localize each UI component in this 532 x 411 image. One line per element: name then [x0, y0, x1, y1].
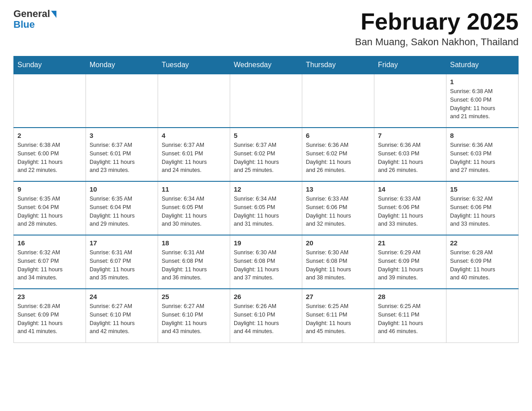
calendar-cell: 5Sunrise: 6:37 AM Sunset: 6:02 PM Daylig…	[230, 128, 302, 181]
day-number: 25	[162, 293, 226, 300]
day-header-thursday: Thursday	[302, 56, 374, 74]
logo-blue-text: Blue	[13, 19, 35, 30]
day-info: Sunrise: 6:31 AM Sunset: 6:07 PM Dayligh…	[90, 248, 154, 282]
day-info: Sunrise: 6:38 AM Sunset: 6:00 PM Dayligh…	[450, 87, 515, 121]
day-number: 26	[234, 293, 298, 300]
day-info: Sunrise: 6:37 AM Sunset: 6:01 PM Dayligh…	[162, 141, 226, 175]
day-number: 17	[90, 239, 154, 247]
calendar-cell: 25Sunrise: 6:27 AM Sunset: 6:10 PM Dayli…	[158, 289, 230, 342]
calendar-cell: 23Sunrise: 6:28 AM Sunset: 6:09 PM Dayli…	[14, 289, 86, 342]
day-number: 21	[378, 239, 442, 247]
calendar-cell: 11Sunrise: 6:34 AM Sunset: 6:05 PM Dayli…	[158, 181, 230, 235]
day-number: 7	[378, 132, 442, 139]
day-number: 19	[234, 239, 298, 247]
calendar-cell: 10Sunrise: 6:35 AM Sunset: 6:04 PM Dayli…	[86, 181, 158, 235]
calendar-cell	[374, 74, 446, 128]
calendar-cell: 1Sunrise: 6:38 AM Sunset: 6:00 PM Daylig…	[446, 74, 519, 128]
page-header: General Blue February 2025 Ban Muang, Sa…	[13, 9, 519, 48]
title-section: February 2025 Ban Muang, Sakon Nakhon, T…	[355, 9, 519, 48]
calendar-week-3: 9Sunrise: 6:35 AM Sunset: 6:04 PM Daylig…	[14, 181, 519, 235]
calendar-cell	[158, 74, 230, 128]
day-info: Sunrise: 6:25 AM Sunset: 6:11 PM Dayligh…	[378, 302, 442, 336]
days-of-week-row: SundayMondayTuesdayWednesdayThursdayFrid…	[14, 56, 519, 74]
day-info: Sunrise: 6:37 AM Sunset: 6:02 PM Dayligh…	[234, 141, 298, 175]
calendar-table: SundayMondayTuesdayWednesdayThursdayFrid…	[13, 56, 519, 343]
day-info: Sunrise: 6:26 AM Sunset: 6:10 PM Dayligh…	[234, 302, 298, 336]
calendar-cell	[302, 74, 374, 128]
calendar-cell: 8Sunrise: 6:36 AM Sunset: 6:03 PM Daylig…	[446, 128, 519, 181]
day-header-tuesday: Tuesday	[158, 56, 230, 74]
day-number: 4	[162, 132, 226, 139]
day-number: 1	[450, 78, 515, 86]
calendar-week-1: 1Sunrise: 6:38 AM Sunset: 6:00 PM Daylig…	[14, 74, 519, 128]
day-info: Sunrise: 6:35 AM Sunset: 6:04 PM Dayligh…	[17, 195, 82, 228]
month-title: February 2025	[355, 9, 519, 34]
day-number: 12	[234, 185, 298, 193]
calendar-cell	[230, 74, 302, 128]
calendar-cell: 22Sunrise: 6:28 AM Sunset: 6:09 PM Dayli…	[446, 235, 519, 289]
day-number: 22	[450, 239, 515, 247]
day-info: Sunrise: 6:34 AM Sunset: 6:05 PM Dayligh…	[162, 195, 226, 228]
calendar-cell: 17Sunrise: 6:31 AM Sunset: 6:07 PM Dayli…	[86, 235, 158, 289]
day-number: 5	[234, 132, 298, 139]
day-info: Sunrise: 6:35 AM Sunset: 6:04 PM Dayligh…	[90, 195, 154, 228]
day-info: Sunrise: 6:36 AM Sunset: 6:03 PM Dayligh…	[450, 141, 515, 175]
day-number: 20	[306, 239, 370, 247]
day-info: Sunrise: 6:28 AM Sunset: 6:09 PM Dayligh…	[17, 302, 82, 336]
day-info: Sunrise: 6:32 AM Sunset: 6:06 PM Dayligh…	[450, 195, 515, 228]
day-number: 3	[90, 132, 154, 139]
calendar-cell: 15Sunrise: 6:32 AM Sunset: 6:06 PM Dayli…	[446, 181, 519, 235]
day-number: 28	[378, 293, 442, 300]
day-number: 8	[450, 132, 515, 139]
day-info: Sunrise: 6:38 AM Sunset: 6:00 PM Dayligh…	[17, 141, 82, 175]
calendar-week-2: 2Sunrise: 6:38 AM Sunset: 6:00 PM Daylig…	[14, 128, 519, 181]
day-number: 13	[306, 185, 370, 193]
day-info: Sunrise: 6:37 AM Sunset: 6:01 PM Dayligh…	[90, 141, 154, 175]
day-info: Sunrise: 6:36 AM Sunset: 6:02 PM Dayligh…	[306, 141, 370, 175]
day-info: Sunrise: 6:29 AM Sunset: 6:09 PM Dayligh…	[378, 248, 442, 282]
day-number: 10	[90, 185, 154, 193]
calendar-cell: 18Sunrise: 6:31 AM Sunset: 6:08 PM Dayli…	[158, 235, 230, 289]
calendar-cell	[86, 74, 158, 128]
calendar-cell: 7Sunrise: 6:36 AM Sunset: 6:03 PM Daylig…	[374, 128, 446, 181]
day-number: 11	[162, 185, 226, 193]
calendar-cell: 24Sunrise: 6:27 AM Sunset: 6:10 PM Dayli…	[86, 289, 158, 342]
calendar-header: SundayMondayTuesdayWednesdayThursdayFrid…	[14, 56, 519, 74]
calendar-cell: 12Sunrise: 6:34 AM Sunset: 6:05 PM Dayli…	[230, 181, 302, 235]
location-title: Ban Muang, Sakon Nakhon, Thailand	[355, 36, 519, 48]
calendar-cell: 14Sunrise: 6:33 AM Sunset: 6:06 PM Dayli…	[374, 181, 446, 235]
calendar-week-5: 23Sunrise: 6:28 AM Sunset: 6:09 PM Dayli…	[14, 289, 519, 342]
day-header-saturday: Saturday	[446, 56, 519, 74]
logo: General Blue	[13, 9, 56, 30]
day-number: 23	[17, 293, 82, 300]
logo-general-text: General	[13, 9, 50, 19]
calendar-cell: 27Sunrise: 6:25 AM Sunset: 6:11 PM Dayli…	[302, 289, 374, 342]
day-number: 27	[306, 293, 370, 300]
day-header-wednesday: Wednesday	[230, 56, 302, 74]
calendar-cell: 6Sunrise: 6:36 AM Sunset: 6:02 PM Daylig…	[302, 128, 374, 181]
day-info: Sunrise: 6:31 AM Sunset: 6:08 PM Dayligh…	[162, 248, 226, 282]
calendar-week-4: 16Sunrise: 6:32 AM Sunset: 6:07 PM Dayli…	[14, 235, 519, 289]
day-number: 18	[162, 239, 226, 247]
calendar-cell: 2Sunrise: 6:38 AM Sunset: 6:00 PM Daylig…	[14, 128, 86, 181]
day-info: Sunrise: 6:34 AM Sunset: 6:05 PM Dayligh…	[234, 195, 298, 228]
day-info: Sunrise: 6:36 AM Sunset: 6:03 PM Dayligh…	[378, 141, 442, 175]
calendar-cell: 16Sunrise: 6:32 AM Sunset: 6:07 PM Dayli…	[14, 235, 86, 289]
calendar-cell: 13Sunrise: 6:33 AM Sunset: 6:06 PM Dayli…	[302, 181, 374, 235]
day-header-monday: Monday	[86, 56, 158, 74]
day-info: Sunrise: 6:27 AM Sunset: 6:10 PM Dayligh…	[162, 302, 226, 336]
day-info: Sunrise: 6:27 AM Sunset: 6:10 PM Dayligh…	[90, 302, 154, 336]
calendar-cell: 28Sunrise: 6:25 AM Sunset: 6:11 PM Dayli…	[374, 289, 446, 342]
calendar-cell: 3Sunrise: 6:37 AM Sunset: 6:01 PM Daylig…	[86, 128, 158, 181]
day-number: 9	[17, 185, 82, 193]
logo-arrow-icon	[51, 11, 56, 18]
calendar-cell	[446, 289, 519, 342]
day-header-sunday: Sunday	[14, 56, 86, 74]
day-info: Sunrise: 6:32 AM Sunset: 6:07 PM Dayligh…	[17, 248, 82, 282]
calendar-cell: 20Sunrise: 6:30 AM Sunset: 6:08 PM Dayli…	[302, 235, 374, 289]
day-info: Sunrise: 6:25 AM Sunset: 6:11 PM Dayligh…	[306, 302, 370, 336]
day-info: Sunrise: 6:28 AM Sunset: 6:09 PM Dayligh…	[450, 248, 515, 282]
calendar-cell: 19Sunrise: 6:30 AM Sunset: 6:08 PM Dayli…	[230, 235, 302, 289]
day-number: 2	[17, 132, 82, 139]
calendar-cell	[14, 74, 86, 128]
